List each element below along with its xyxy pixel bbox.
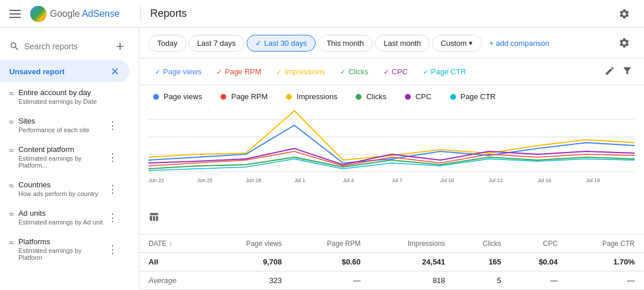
legend-page-views: Page views	[153, 92, 202, 101]
svg-text:Jun 25: Jun 25	[197, 177, 213, 183]
list-item[interactable]: ≈ Platforms Estimated earnings by Platfo…	[0, 231, 129, 267]
metric-tabs: ✓ Page views ✓ Page RPM ✓ Impressions ✓ …	[139, 59, 644, 85]
sidebar: Unsaved report ≈ Entire account by day E…	[0, 28, 139, 290]
edit-icon	[605, 66, 615, 76]
chart-legend: Page views Page RPM Impressions Clicks C…	[139, 85, 644, 108]
table-view-button[interactable]	[149, 212, 159, 224]
last-30-days-button[interactable]: ✓ Last 30 days	[247, 35, 316, 52]
settings-icon	[618, 8, 630, 20]
th-page-ctr[interactable]: Page CTR	[567, 235, 644, 253]
page-title: Reports	[150, 8, 187, 20]
filter-icon	[622, 66, 632, 76]
line-chart: Jun 22 Jun 25 Jun 28 Jul 1 Jul 4 Jul 7 J…	[139, 108, 644, 234]
more-options-button[interactable]: ⋮	[105, 242, 120, 257]
hamburger-menu[interactable]	[9, 7, 23, 21]
main-layout: Unsaved report ≈ Entire account by day E…	[0, 28, 644, 290]
edit-metrics-button[interactable]	[602, 63, 617, 80]
legend-cpc: CPC	[405, 92, 431, 101]
list-item[interactable]: ≈ Content platform Estimated earnings by…	[0, 139, 129, 175]
report-icon: ≈	[9, 181, 14, 190]
settings-button[interactable]	[614, 3, 635, 24]
legend-page-ctr: Page CTR	[450, 92, 496, 101]
close-icon[interactable]	[110, 66, 120, 77]
filter-bar: Today Last 7 days ✓ Last 30 days This mo…	[139, 28, 644, 59]
today-button[interactable]: Today	[149, 35, 186, 52]
tab-clicks[interactable]: ✓ Clicks	[334, 64, 375, 79]
add-comparison-button[interactable]: + add comparison	[489, 39, 549, 48]
list-item[interactable]: ≈ Entire account by day Estimated earnin…	[0, 82, 129, 111]
svg-text:Jul 19: Jul 19	[586, 177, 600, 183]
th-impressions[interactable]: Impressions	[370, 235, 455, 253]
filter-metrics-button[interactable]	[620, 63, 635, 80]
data-table: DATE ↑ Page views Page RPM Impressions C…	[139, 234, 644, 290]
list-item[interactable]: ≈ Sites Performance of each site ⋮	[0, 111, 129, 139]
legend-page-rpm: Page RPM	[220, 92, 267, 101]
th-page-views[interactable]: Page views	[209, 235, 291, 253]
report-icon: ≈	[9, 146, 14, 155]
unsaved-report-label: Unsaved report	[9, 67, 64, 76]
logo-icon	[30, 6, 46, 22]
th-page-rpm[interactable]: Page RPM	[291, 235, 370, 253]
more-options-button[interactable]: ⋮	[105, 118, 120, 133]
search-input[interactable]	[24, 42, 106, 51]
last-month-button[interactable]: Last month	[375, 35, 429, 52]
table-icon	[149, 212, 159, 222]
tab-page-views[interactable]: ✓ Page views	[149, 64, 208, 79]
custom-button[interactable]: Custom ▼	[432, 35, 483, 52]
more-options-button[interactable]: ⋮	[105, 150, 120, 165]
svg-text:Jul 10: Jul 10	[440, 177, 454, 183]
th-cpc[interactable]: CPC	[511, 235, 567, 253]
navbar-divider	[140, 6, 141, 22]
more-options-button[interactable]: ⋮	[105, 182, 120, 197]
table-row: Average 323 — 818 5 — —	[139, 271, 644, 290]
table-row: All 9,708 $0.60 24,541 165 $0.04 1.70%	[139, 253, 644, 271]
navbar: Google AdSense Reports	[0, 0, 644, 28]
report-icon: ≈	[9, 89, 14, 98]
svg-text:Jun 22: Jun 22	[149, 177, 164, 183]
report-icon: ≈	[9, 209, 14, 219]
legend-impressions: Impressions	[286, 92, 337, 101]
svg-text:Jul 13: Jul 13	[489, 177, 503, 183]
tab-impressions[interactable]: ✓ Impressions	[270, 64, 331, 79]
logo-text: Google AdSense	[50, 9, 120, 19]
chart-area: Page views Page RPM Impressions Clicks C…	[139, 85, 644, 290]
more-options-button[interactable]: ⋮	[105, 210, 120, 225]
main-content: Today Last 7 days ✓ Last 30 days This mo…	[139, 28, 644, 290]
report-icon: ≈	[9, 238, 14, 247]
this-month-button[interactable]: This month	[318, 35, 372, 52]
add-report-button[interactable]	[111, 37, 129, 56]
logo: Google AdSense	[30, 6, 120, 22]
legend-clicks: Clicks	[356, 92, 386, 101]
svg-text:Jul 4: Jul 4	[343, 177, 354, 183]
list-item[interactable]: ≈ Ad units Estimated earnings by Ad unit…	[0, 203, 129, 231]
report-icon: ≈	[9, 117, 14, 126]
search-bar	[0, 32, 139, 60]
tab-cpc[interactable]: ✓ CPC	[377, 64, 414, 79]
last-7-days-button[interactable]: Last 7 days	[189, 35, 245, 52]
list-item[interactable]: ≈ Countries How ads perform by country ⋮	[0, 175, 129, 203]
search-icon	[9, 41, 20, 52]
tab-page-rpm[interactable]: ✓ Page RPM	[210, 64, 267, 79]
unsaved-report-item[interactable]: Unsaved report	[0, 60, 129, 82]
th-date: DATE ↑	[139, 235, 209, 253]
add-icon	[114, 41, 126, 52]
tab-page-ctr[interactable]: ✓ Page CTR	[417, 64, 473, 79]
th-clicks[interactable]: Clicks	[454, 235, 511, 253]
svg-text:Jun 28: Jun 28	[246, 177, 262, 183]
svg-text:Jul 1: Jul 1	[294, 177, 305, 183]
settings-icon	[618, 37, 630, 49]
svg-text:Jul 7: Jul 7	[392, 177, 403, 183]
chart-svg: Jun 22 Jun 25 Jun 28 Jul 1 Jul 4 Jul 7 J…	[149, 108, 635, 183]
chart-settings-button[interactable]	[614, 32, 635, 53]
svg-text:Jul 16: Jul 16	[537, 177, 551, 183]
